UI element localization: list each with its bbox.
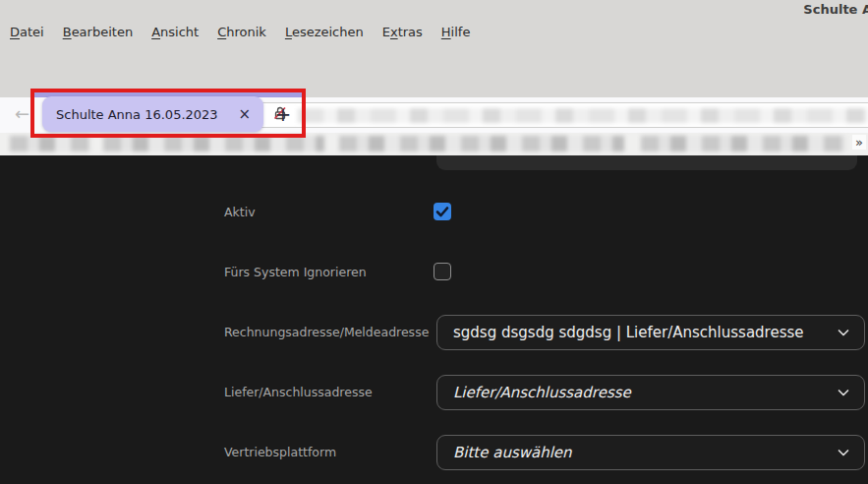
bookmark-item-redacted[interactable]: [10, 136, 90, 151]
menu-extras[interactable]: Extras: [382, 25, 423, 39]
menu-chronik[interactable]: Chronik: [217, 25, 266, 39]
chevron-down-icon: [837, 386, 850, 399]
menu-lesezeichen[interactable]: Lesezeichen: [285, 25, 364, 39]
checkbox-aktiv[interactable]: [434, 203, 451, 220]
back-icon[interactable]: ←: [15, 101, 29, 127]
window-titlebar: Schulte A: [0, 0, 868, 20]
bookmark-item-redacted[interactable]: [339, 136, 624, 151]
chevron-down-icon: [837, 446, 850, 459]
select-value: Bitte auswählen: [453, 444, 837, 461]
select-value: Liefer/Anschlussadresse: [453, 384, 837, 401]
field-label-fuers-system-ignorieren: Fürs System Ignorieren: [224, 265, 367, 279]
select-value: sgdsg dsgsdg sdgdsg | Liefer/Anschlussad…: [453, 324, 837, 341]
tab-strip: Schulte Anna 16.05.2023 × +: [0, 45, 868, 97]
red-annotation-rectangle: [30, 89, 306, 138]
menu-bar: Datei Bearbeiten Ansicht Chronik Lesezei…: [10, 25, 470, 39]
bookmark-item-redacted[interactable]: [103, 136, 324, 151]
window-title: Schulte A: [803, 2, 868, 17]
menu-ansicht[interactable]: Ansicht: [151, 25, 199, 39]
select-vertriebsplattform[interactable]: Bitte auswählen: [436, 435, 865, 470]
field-label-rechnungsadresse: Rechnungsadresse/Meldeadresse: [224, 325, 429, 339]
field-label-lieferadresse: Liefer/Anschlussadresse: [224, 385, 373, 399]
menu-hilfe[interactable]: Hilfe: [441, 25, 471, 39]
bookmarks-overflow-icon[interactable]: »: [852, 135, 866, 150]
select-rechnungsadresse[interactable]: sgdsg dsgsdg sdgdsg | Liefer/Anschlussad…: [436, 315, 865, 350]
url-bar[interactable]: [239, 102, 868, 128]
chevron-down-icon: [837, 326, 850, 339]
menu-datei[interactable]: Datei: [10, 25, 44, 39]
select-cut-off-top[interactable]: [436, 155, 857, 170]
field-label-vertriebsplattform: Vertriebsplattform: [224, 445, 336, 459]
select-lieferadresse[interactable]: Liefer/Anschlussadresse: [436, 375, 865, 410]
menu-bearbeiten[interactable]: Bearbeiten: [63, 25, 133, 39]
url-text-redacted: [298, 108, 868, 123]
bookmark-item-redacted[interactable]: [641, 136, 845, 151]
checkbox-fuers-system-ignorieren[interactable]: [434, 263, 451, 280]
field-label-aktiv: Aktiv: [224, 205, 256, 219]
